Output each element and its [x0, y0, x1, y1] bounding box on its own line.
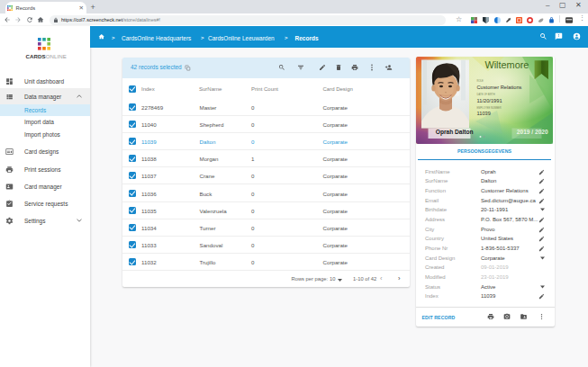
svg-text:Wiltemore: Wiltemore [484, 59, 529, 70]
svg-text:ROLE: ROLE [477, 79, 484, 83]
svg-text:EMPLOYEE NUMBER: EMPLOYEE NUMBER [477, 106, 502, 110]
svg-text:Oprah Dalton: Oprah Dalton [436, 129, 474, 136]
svg-text:2019 / 2020: 2019 / 2020 [517, 129, 548, 135]
svg-text:DATE OF BIRTH: DATE OF BIRTH [477, 93, 495, 96]
svg-text:Customer Relations: Customer Relations [477, 85, 522, 90]
svg-text:11039: 11039 [477, 111, 491, 116]
svg-text:11/20/1991: 11/20/1991 [477, 98, 502, 103]
